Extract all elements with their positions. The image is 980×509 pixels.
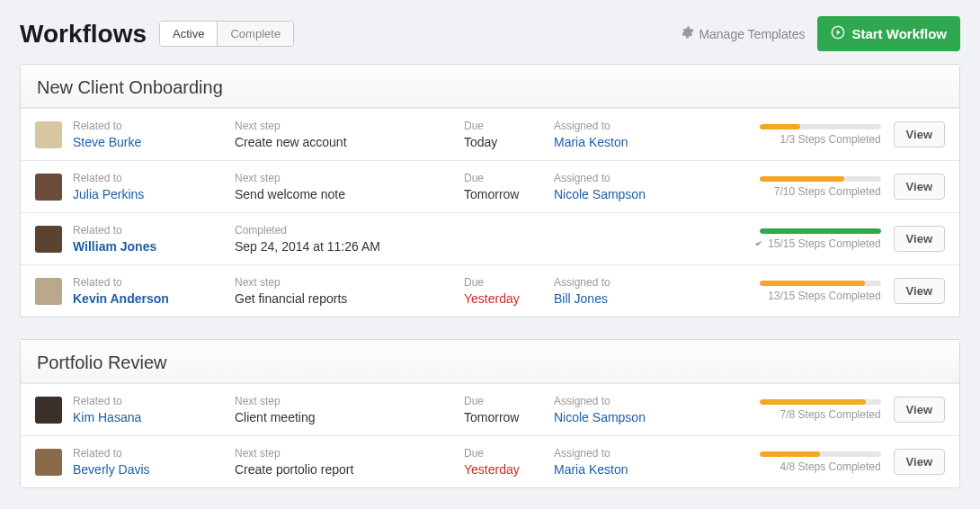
view-button[interactable]: View bbox=[894, 397, 945, 423]
step-value: Client meeting bbox=[235, 410, 464, 424]
related-label: Related to bbox=[73, 395, 235, 407]
col-assigned: Assigned toMaria Keston bbox=[554, 447, 693, 477]
progress-fill bbox=[760, 124, 800, 129]
view-button[interactable]: View bbox=[894, 226, 945, 252]
due-value: Today bbox=[464, 135, 554, 149]
related-person-link[interactable]: Kim Hasana bbox=[73, 410, 235, 424]
progress-text: 13/15 Steps Completed bbox=[768, 290, 880, 302]
manage-templates-label: Manage Templates bbox=[699, 27, 805, 41]
progress-fill bbox=[760, 176, 845, 182]
progress-bar bbox=[760, 176, 881, 182]
progress-text: 15/15 Steps Completed bbox=[753, 237, 880, 250]
col-progress: 4/8 Steps Completed bbox=[728, 451, 881, 473]
related-person-link[interactable]: Steve Burke bbox=[73, 135, 235, 149]
avatar bbox=[35, 121, 62, 148]
progress-fill bbox=[760, 281, 865, 286]
progress-text: 4/8 Steps Completed bbox=[780, 460, 881, 473]
col-assigned: Assigned toMaria Keston bbox=[554, 120, 693, 149]
view-button[interactable]: View bbox=[894, 174, 945, 200]
view-button[interactable]: View bbox=[894, 278, 945, 304]
start-workflow-label: Start Workflow bbox=[851, 26, 947, 41]
assigned-person-link[interactable]: Maria Keston bbox=[554, 462, 693, 477]
assigned-person-link[interactable]: Nicole Sampson bbox=[554, 410, 693, 424]
due-label: Due bbox=[464, 395, 554, 407]
workflow-row: Related toJulia PerkinsNext stepSend wel… bbox=[21, 160, 959, 212]
progress-bar bbox=[760, 281, 881, 286]
due-label: Due bbox=[464, 120, 554, 132]
col-step: Next stepCreate new account bbox=[235, 120, 464, 149]
assigned-label: Assigned to bbox=[554, 120, 693, 132]
col-step: Next stepGet financial reports bbox=[235, 276, 464, 306]
manage-templates-link[interactable]: Manage Templates bbox=[682, 26, 805, 41]
workflow-row: Related toKevin AndersonNext stepGet fin… bbox=[21, 264, 959, 317]
col-due: DueTomorrow bbox=[464, 172, 554, 201]
workflow-row: Related toSteve BurkeNext stepCreate new… bbox=[21, 108, 959, 160]
col-action: View bbox=[894, 278, 945, 304]
col-assigned: Assigned toNicole Sampson bbox=[554, 172, 693, 201]
col-due: DueYesterday bbox=[464, 276, 554, 306]
workflow-row: Related toKim HasanaNext stepClient meet… bbox=[21, 383, 959, 435]
start-workflow-button[interactable]: Start Workflow bbox=[817, 16, 960, 51]
workflow-panel: Portfolio ReviewRelated toKim HasanaNext… bbox=[20, 339, 960, 488]
related-label: Related to bbox=[73, 120, 235, 132]
assigned-label: Assigned to bbox=[554, 447, 693, 460]
play-circle-icon bbox=[831, 25, 851, 42]
avatar bbox=[35, 226, 62, 253]
assigned-person-link[interactable]: Nicole Sampson bbox=[554, 187, 693, 201]
col-assigned: Assigned toBill Jones bbox=[554, 276, 693, 306]
step-label: Next step bbox=[235, 120, 464, 132]
col-action: View bbox=[894, 174, 945, 200]
col-action: View bbox=[894, 449, 945, 475]
related-person-link[interactable]: Beverly Davis bbox=[73, 462, 235, 477]
gear-icon bbox=[682, 26, 699, 41]
due-label: Due bbox=[464, 276, 554, 289]
tab-complete[interactable]: Complete bbox=[217, 22, 293, 46]
col-related: Related toJulia Perkins bbox=[73, 172, 235, 201]
assigned-label: Assigned to bbox=[554, 276, 693, 289]
assigned-label: Assigned to bbox=[554, 395, 693, 407]
progress-fill bbox=[760, 399, 866, 405]
col-due: DueYesterday bbox=[464, 447, 554, 477]
view-button[interactable]: View bbox=[894, 121, 945, 147]
assigned-person-link[interactable]: Bill Jones bbox=[554, 291, 693, 306]
status-tabs: Active Complete bbox=[159, 21, 294, 47]
step-value: Send welcome note bbox=[235, 187, 464, 201]
progress-bar bbox=[760, 124, 881, 129]
due-label: Due bbox=[464, 447, 554, 460]
step-value: Get financial reports bbox=[235, 291, 464, 306]
col-progress: 13/15 Steps Completed bbox=[728, 281, 881, 302]
due-value: Tomorrow bbox=[464, 410, 554, 424]
related-label: Related to bbox=[73, 276, 235, 289]
assigned-person-link[interactable]: Maria Keston bbox=[554, 135, 693, 149]
related-label: Related to bbox=[73, 224, 235, 237]
progress-text: 7/8 Steps Completed bbox=[780, 408, 881, 421]
tab-active[interactable]: Active bbox=[160, 22, 217, 46]
avatar bbox=[35, 278, 62, 305]
col-step: CompletedSep 24, 2014 at 11:26 AM bbox=[235, 224, 464, 254]
col-action: View bbox=[894, 397, 945, 423]
related-person-link[interactable]: Kevin Anderson bbox=[73, 291, 235, 306]
due-value: Yesterday bbox=[464, 462, 554, 477]
step-label: Next step bbox=[235, 395, 464, 407]
col-progress: 15/15 Steps Completed bbox=[728, 228, 881, 250]
col-action: View bbox=[894, 226, 945, 252]
progress-text: 1/3 Steps Completed bbox=[780, 133, 881, 146]
progress-bar bbox=[760, 399, 881, 405]
related-person-link[interactable]: William Jones bbox=[73, 239, 235, 254]
workflow-row: Related toBeverly DavisNext stepCreate p… bbox=[21, 435, 959, 487]
view-button[interactable]: View bbox=[894, 449, 945, 475]
col-progress: 7/10 Steps Completed bbox=[728, 176, 881, 198]
step-value: Sep 24, 2014 at 11:26 AM bbox=[235, 239, 464, 254]
col-related: Related toWilliam Jones bbox=[73, 224, 235, 254]
panel-title: Portfolio Review bbox=[21, 340, 959, 383]
due-value: Tomorrow bbox=[464, 187, 554, 201]
due-value: Yesterday bbox=[464, 291, 554, 306]
related-label: Related to bbox=[73, 447, 235, 460]
workflow-panel: New Client OnboardingRelated toSteve Bur… bbox=[20, 64, 960, 317]
avatar bbox=[35, 449, 62, 476]
page-title: Workflows bbox=[20, 20, 147, 49]
col-progress: 1/3 Steps Completed bbox=[728, 124, 881, 146]
progress-fill bbox=[760, 228, 881, 234]
col-step: Next stepCreate portolio report bbox=[235, 447, 464, 477]
related-person-link[interactable]: Julia Perkins bbox=[73, 187, 235, 201]
